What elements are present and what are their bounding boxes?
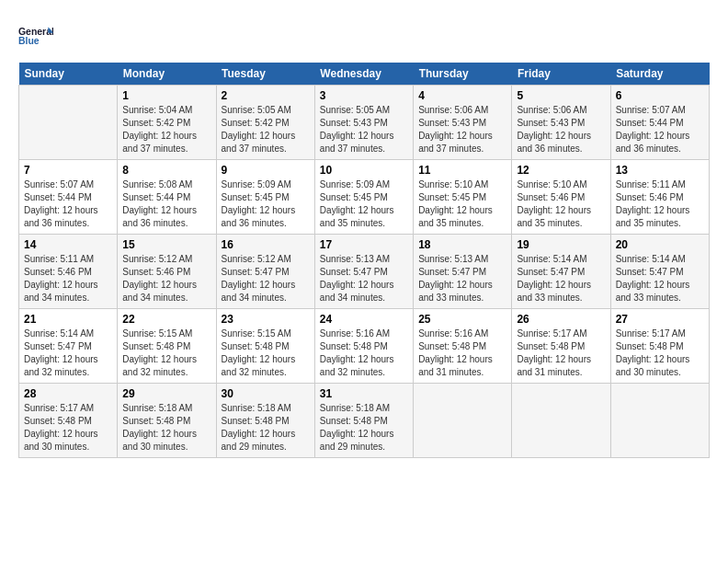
calendar-cell: 5Sunrise: 5:06 AMSunset: 5:43 PMDaylight… (512, 86, 610, 160)
calendar-cell: 27Sunrise: 5:17 AMSunset: 5:48 PMDayligh… (610, 309, 709, 384)
calendar-cell: 10Sunrise: 5:09 AMSunset: 5:45 PMDayligh… (314, 160, 413, 235)
day-info: Sunrise: 5:15 AMSunset: 5:48 PMDaylight:… (222, 327, 310, 379)
day-number: 8 (122, 164, 210, 177)
day-info: Sunrise: 5:05 AMSunset: 5:42 PMDaylight:… (222, 104, 310, 155)
calendar-cell: 30Sunrise: 5:18 AMSunset: 5:48 PMDayligh… (216, 384, 314, 458)
day-number: 3 (320, 89, 408, 102)
calendar-cell: 19Sunrise: 5:14 AMSunset: 5:47 PMDayligh… (512, 235, 610, 309)
day-info: Sunrise: 5:10 AMSunset: 5:46 PMDaylight:… (517, 178, 605, 230)
calendar-week-row: 1Sunrise: 5:04 AMSunset: 5:42 PMDaylight… (19, 86, 710, 160)
day-info: Sunrise: 5:13 AMSunset: 5:47 PMDaylight:… (418, 253, 506, 304)
day-number: 15 (122, 238, 210, 251)
day-number: 19 (517, 238, 605, 251)
day-number: 10 (320, 164, 408, 177)
calendar-cell: 23Sunrise: 5:15 AMSunset: 5:48 PMDayligh… (216, 309, 314, 384)
day-number: 22 (122, 313, 210, 326)
day-number: 2 (222, 89, 310, 102)
day-number: 21 (24, 313, 112, 326)
day-header: Friday (512, 63, 610, 86)
calendar-cell: 1Sunrise: 5:04 AMSunset: 5:42 PMDaylight… (118, 86, 216, 160)
calendar-cell: 14Sunrise: 5:11 AMSunset: 5:46 PMDayligh… (19, 235, 118, 309)
day-info: Sunrise: 5:16 AMSunset: 5:48 PMDaylight:… (418, 327, 506, 379)
calendar-table: SundayMondayTuesdayWednesdayThursdayFrid… (18, 63, 710, 458)
calendar-cell: 9Sunrise: 5:09 AMSunset: 5:45 PMDaylight… (216, 160, 314, 235)
day-info: Sunrise: 5:17 AMSunset: 5:48 PMDaylight:… (517, 327, 605, 379)
calendar-cell: 4Sunrise: 5:06 AMSunset: 5:43 PMDaylight… (414, 86, 512, 160)
day-number: 14 (24, 238, 112, 251)
day-info: Sunrise: 5:05 AMSunset: 5:43 PMDaylight:… (320, 104, 408, 155)
day-header: Tuesday (216, 63, 314, 86)
day-number: 27 (616, 313, 704, 326)
day-info: Sunrise: 5:07 AMSunset: 5:44 PMDaylight:… (616, 104, 704, 155)
day-number: 26 (517, 313, 605, 326)
day-info: Sunrise: 5:16 AMSunset: 5:48 PMDaylight:… (320, 327, 408, 379)
calendar-header-row: SundayMondayTuesdayWednesdayThursdayFrid… (19, 63, 710, 86)
svg-text:Blue: Blue (18, 36, 40, 46)
calendar-cell: 18Sunrise: 5:13 AMSunset: 5:47 PMDayligh… (414, 235, 512, 309)
day-info: Sunrise: 5:07 AMSunset: 5:44 PMDaylight:… (24, 178, 112, 230)
day-number: 28 (24, 387, 112, 400)
calendar-cell: 22Sunrise: 5:15 AMSunset: 5:48 PMDayligh… (118, 309, 216, 384)
day-info: Sunrise: 5:13 AMSunset: 5:47 PMDaylight:… (320, 253, 408, 304)
day-info: Sunrise: 5:17 AMSunset: 5:48 PMDaylight:… (24, 402, 112, 454)
day-number: 30 (222, 387, 310, 400)
calendar-cell (414, 384, 512, 458)
logo-bird-icon: General Blue (18, 18, 53, 53)
day-number: 31 (320, 387, 408, 400)
day-number: 5 (517, 89, 605, 102)
calendar-cell: 17Sunrise: 5:13 AMSunset: 5:47 PMDayligh… (314, 235, 413, 309)
calendar-cell: 29Sunrise: 5:18 AMSunset: 5:48 PMDayligh… (118, 384, 216, 458)
day-info: Sunrise: 5:12 AMSunset: 5:47 PMDaylight:… (222, 253, 310, 304)
day-info: Sunrise: 5:12 AMSunset: 5:46 PMDaylight:… (122, 253, 210, 304)
calendar-cell: 26Sunrise: 5:17 AMSunset: 5:48 PMDayligh… (512, 309, 610, 384)
calendar-cell: 21Sunrise: 5:14 AMSunset: 5:47 PMDayligh… (19, 309, 118, 384)
day-number: 12 (517, 164, 605, 177)
day-info: Sunrise: 5:18 AMSunset: 5:48 PMDaylight:… (222, 402, 310, 454)
calendar-cell (610, 384, 709, 458)
day-info: Sunrise: 5:09 AMSunset: 5:45 PMDaylight:… (222, 178, 310, 230)
calendar-cell: 12Sunrise: 5:10 AMSunset: 5:46 PMDayligh… (512, 160, 610, 235)
calendar-cell: 31Sunrise: 5:18 AMSunset: 5:48 PMDayligh… (314, 384, 413, 458)
day-header: Thursday (414, 63, 512, 86)
day-info: Sunrise: 5:11 AMSunset: 5:46 PMDaylight:… (616, 178, 704, 230)
day-number: 18 (418, 238, 506, 251)
calendar-cell: 20Sunrise: 5:14 AMSunset: 5:47 PMDayligh… (610, 235, 709, 309)
day-info: Sunrise: 5:18 AMSunset: 5:48 PMDaylight:… (320, 402, 408, 454)
day-number: 16 (222, 238, 310, 251)
calendar-week-row: 14Sunrise: 5:11 AMSunset: 5:46 PMDayligh… (19, 235, 710, 309)
calendar-cell: 15Sunrise: 5:12 AMSunset: 5:46 PMDayligh… (118, 235, 216, 309)
day-info: Sunrise: 5:17 AMSunset: 5:48 PMDaylight:… (616, 327, 704, 379)
day-info: Sunrise: 5:18 AMSunset: 5:48 PMDaylight:… (122, 402, 210, 454)
calendar-week-row: 28Sunrise: 5:17 AMSunset: 5:48 PMDayligh… (19, 384, 710, 458)
calendar-cell (512, 384, 610, 458)
day-number: 4 (418, 89, 506, 102)
day-info: Sunrise: 5:08 AMSunset: 5:44 PMDaylight:… (122, 178, 210, 230)
calendar-cell: 16Sunrise: 5:12 AMSunset: 5:47 PMDayligh… (216, 235, 314, 309)
day-number: 7 (24, 164, 112, 177)
calendar-week-row: 21Sunrise: 5:14 AMSunset: 5:47 PMDayligh… (19, 309, 710, 384)
calendar-cell (19, 86, 118, 160)
calendar-week-row: 7Sunrise: 5:07 AMSunset: 5:44 PMDaylight… (19, 160, 710, 235)
calendar-cell: 11Sunrise: 5:10 AMSunset: 5:45 PMDayligh… (414, 160, 512, 235)
calendar-cell: 28Sunrise: 5:17 AMSunset: 5:48 PMDayligh… (19, 384, 118, 458)
day-number: 6 (616, 89, 704, 102)
day-number: 25 (418, 313, 506, 326)
calendar-cell: 7Sunrise: 5:07 AMSunset: 5:44 PMDaylight… (19, 160, 118, 235)
calendar-cell: 25Sunrise: 5:16 AMSunset: 5:48 PMDayligh… (414, 309, 512, 384)
day-header: Monday (118, 63, 216, 86)
day-info: Sunrise: 5:10 AMSunset: 5:45 PMDaylight:… (418, 178, 506, 230)
day-number: 11 (418, 164, 506, 177)
day-info: Sunrise: 5:14 AMSunset: 5:47 PMDaylight:… (616, 253, 704, 304)
calendar-cell: 2Sunrise: 5:05 AMSunset: 5:42 PMDaylight… (216, 86, 314, 160)
day-number: 1 (122, 89, 210, 102)
day-number: 17 (320, 238, 408, 251)
calendar-cell: 24Sunrise: 5:16 AMSunset: 5:48 PMDayligh… (314, 309, 413, 384)
day-number: 9 (222, 164, 310, 177)
calendar-body: 1Sunrise: 5:04 AMSunset: 5:42 PMDaylight… (19, 86, 710, 458)
day-number: 23 (222, 313, 310, 326)
day-number: 24 (320, 313, 408, 326)
calendar-cell: 6Sunrise: 5:07 AMSunset: 5:44 PMDaylight… (610, 86, 709, 160)
day-number: 13 (616, 164, 704, 177)
day-info: Sunrise: 5:15 AMSunset: 5:48 PMDaylight:… (122, 327, 210, 379)
calendar-cell: 13Sunrise: 5:11 AMSunset: 5:46 PMDayligh… (610, 160, 709, 235)
